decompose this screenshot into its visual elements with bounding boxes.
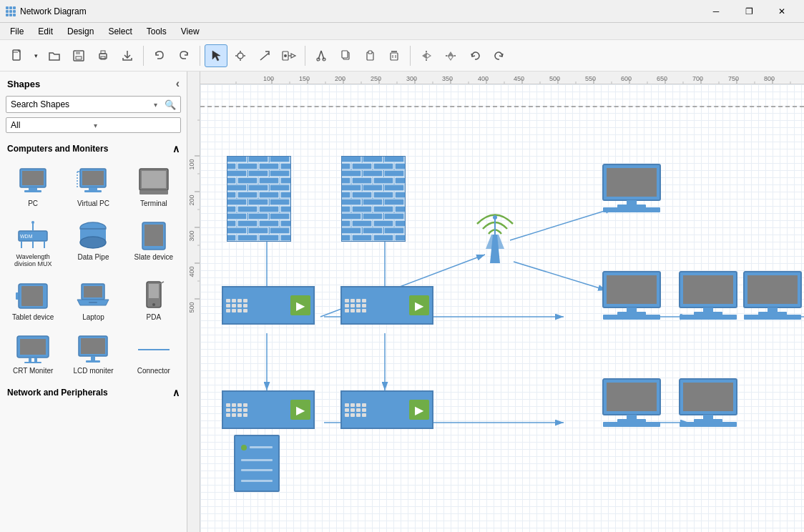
svg-rect-45	[139, 190, 168, 194]
monitor-mid-right[interactable]	[599, 270, 664, 320]
separator-1	[143, 46, 144, 66]
svg-rect-62	[16, 292, 19, 300]
svg-point-68	[152, 303, 155, 306]
restore-button[interactable]: ❐	[732, 0, 765, 23]
svg-rect-4	[76, 56, 82, 59]
svg-line-154	[514, 262, 607, 290]
monitor-row1-3[interactable]	[740, 270, 804, 320]
redo-button[interactable]	[172, 44, 195, 67]
computers-grid: PC Virtual PC	[0, 159, 187, 383]
flip-v-button[interactable]	[439, 44, 462, 67]
paste-button[interactable]	[358, 44, 381, 67]
cut-button[interactable]	[310, 44, 333, 67]
flip-h-button[interactable]	[415, 44, 438, 67]
section-network[interactable]: Network and Peripherals ∧	[0, 383, 187, 403]
panel-title: Shapes	[7, 79, 40, 89]
menu-select[interactable]: Select	[101, 25, 139, 38]
firewall-1[interactable]	[227, 156, 291, 242]
separator-4	[410, 46, 411, 66]
svg-rect-34	[22, 171, 44, 185]
rotate-r-button[interactable]	[488, 44, 511, 67]
diagram-canvas[interactable]: ▶ ▶	[200, 84, 804, 532]
search-input[interactable]	[6, 97, 151, 112]
shape-connector[interactable]: Connector	[125, 329, 182, 380]
shape-slate[interactable]: Slate device	[125, 215, 182, 272]
svg-rect-198	[603, 422, 660, 427]
svg-text:250: 250	[371, 75, 381, 82]
svg-rect-73	[34, 358, 37, 362]
switch-4[interactable]: ▶	[340, 390, 433, 429]
undo-button[interactable]	[148, 44, 171, 67]
svg-rect-39	[89, 187, 97, 190]
datapipe-label: Data Pipe	[78, 253, 109, 261]
svg-point-168	[493, 215, 497, 220]
svg-rect-170	[607, 168, 657, 197]
filter-row[interactable]: All ▾	[6, 117, 181, 133]
slate-label: Slate device	[134, 253, 173, 261]
svg-rect-72	[29, 358, 31, 362]
svg-rect-44	[142, 171, 166, 188]
delete-button[interactable]	[383, 44, 406, 67]
print-button[interactable]	[92, 44, 114, 67]
pan-tool-button[interactable]	[229, 44, 252, 67]
slate-icon	[134, 220, 174, 252]
open-button[interactable]	[43, 44, 66, 67]
select-tool-button[interactable]	[205, 44, 227, 67]
shape-tablet[interactable]: Tablet device	[4, 275, 62, 326]
monitor-row1-2[interactable]	[676, 270, 740, 320]
monitor-row2-1[interactable]	[599, 378, 664, 428]
svg-rect-38	[82, 171, 104, 185]
switch-2[interactable]: ▶	[340, 286, 433, 325]
toolbar: ▾	[0, 40, 804, 72]
close-button[interactable]: ✕	[765, 0, 798, 23]
new-button[interactable]	[6, 44, 29, 67]
monitor-row2-2[interactable]	[676, 378, 740, 428]
search-button[interactable]: 🔍	[160, 99, 180, 110]
section-computers[interactable]: Computers and Moniters ∧	[0, 139, 187, 159]
shape-pc[interactable]: PC	[4, 162, 62, 212]
shape-virtual-pc[interactable]: Virtual PC	[64, 162, 122, 212]
menu-view[interactable]: View	[174, 25, 207, 38]
virtual-pc-icon	[73, 167, 113, 198]
connector-tool-button[interactable]	[253, 44, 276, 67]
shape-datapipe[interactable]: Data Pipe	[64, 215, 122, 272]
switch-3[interactable]: ▶	[222, 390, 315, 429]
shapes-panel: Shapes ‹ ▾ 🔍 All ▾ Computers and Moniter…	[0, 72, 187, 532]
menu-file[interactable]: File	[3, 25, 31, 38]
switch-1[interactable]: ▶	[222, 286, 315, 325]
new-dropdown-button[interactable]: ▾	[30, 44, 41, 67]
switch-4-green-icon: ▶	[409, 400, 429, 420]
ruler-left: 100 200 300 400 500	[187, 72, 200, 532]
save-button[interactable]	[67, 44, 90, 67]
monitor-top-right[interactable]	[599, 163, 664, 213]
shape-wdm[interactable]: WDM Wavelength division MUX	[4, 215, 62, 272]
panel-collapse-button[interactable]: ‹	[176, 77, 180, 90]
menu-design[interactable]: Design	[60, 25, 101, 38]
copy-button[interactable]	[334, 44, 357, 67]
lcd-icon	[73, 334, 113, 365]
minimize-button[interactable]: ─	[700, 0, 732, 23]
shape-lcd[interactable]: LCD moniter	[64, 329, 122, 380]
firewall-2[interactable]	[341, 156, 406, 242]
export-button[interactable]	[116, 44, 139, 67]
menu-tools[interactable]: Tools	[139, 25, 174, 38]
connection-points-button[interactable]	[278, 44, 300, 67]
svg-rect-74	[24, 362, 41, 363]
svg-marker-31	[448, 51, 454, 56]
search-dropdown-arrow[interactable]: ▾	[151, 101, 160, 109]
wireless-tower[interactable]	[463, 199, 527, 270]
shape-pda[interactable]: PDA	[125, 275, 182, 326]
shape-crt[interactable]: CRT Moniter	[4, 329, 62, 380]
svg-rect-164	[341, 156, 406, 242]
svg-marker-28	[422, 53, 426, 59]
svg-rect-58	[144, 225, 163, 246]
switch-3-green-icon: ▶	[290, 400, 310, 420]
shape-terminal[interactable]: Terminal	[125, 162, 182, 212]
menu-edit[interactable]: Edit	[31, 25, 60, 38]
terminal-label: Terminal	[140, 200, 167, 207]
server-1[interactable]	[234, 435, 280, 492]
shape-laptop[interactable]: Laptop	[64, 275, 122, 326]
rotate-l-button[interactable]	[464, 44, 486, 67]
switch-2-ports-left	[345, 299, 366, 312]
svg-rect-196	[627, 415, 637, 419]
